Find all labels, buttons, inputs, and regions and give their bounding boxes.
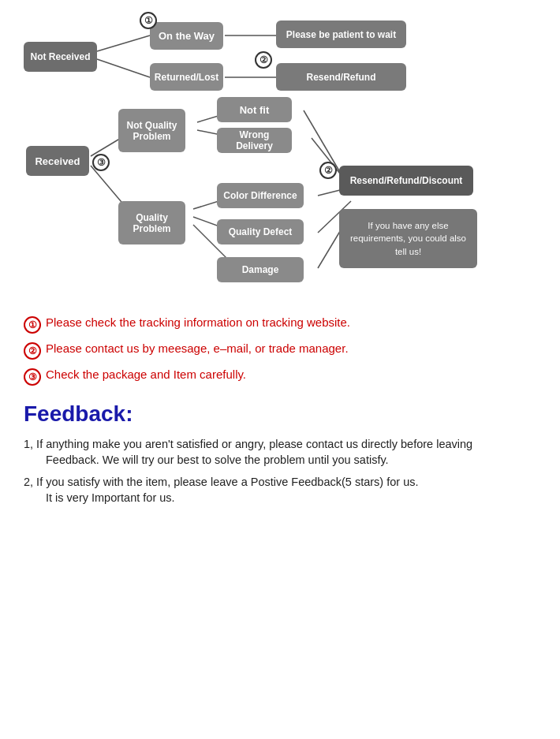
feedback-item-2-indent: It is very Important for us. <box>24 491 536 504</box>
svg-line-1 <box>97 59 150 77</box>
instruction-1: ① Please check the tracking information … <box>24 315 536 334</box>
instruction-2: ② Please contact us by meesage, e–mail, … <box>24 342 536 360</box>
circle-2-top: ② <box>255 51 272 69</box>
feedback-section: Feedback: 1, If anything make you aren't… <box>24 401 536 504</box>
instruction-3: ③ Check the package and Item carefully. <box>24 368 536 386</box>
inst-num-3: ③ <box>24 368 41 386</box>
circle-2-bottom: ② <box>319 162 337 179</box>
inst-num-2: ② <box>24 342 41 360</box>
box-quality-defect: Quality Defect <box>217 219 304 244</box>
feedback-item-2-main: 2, If you satisfy with the item, please … <box>24 476 536 488</box>
box-please-be-patient: Please be patient to wait <box>276 21 406 48</box>
feedback-item-2: 2, If you satisfy with the item, please … <box>24 476 536 504</box>
box-not-quality-problem: Not Quality Problem <box>118 109 185 152</box>
feedback-title: Feedback: <box>24 401 536 427</box>
box-received: Received <box>26 146 89 176</box>
inst-text-2: Please contact us by meesage, e–mail, or… <box>46 342 349 355</box>
inst-num-1: ① <box>24 316 41 334</box>
feedback-item-1-main: 1, If anything make you aren't satisfied… <box>24 438 536 450</box>
box-on-the-way: On the Way <box>150 22 223 50</box>
box-returned-lost: Returned/Lost <box>150 63 223 91</box>
box-damage: Damage <box>217 257 304 282</box>
page-container: Not Received On the Way Returned/Lost Pl… <box>0 0 560 521</box>
circle-1: ① <box>140 12 157 29</box>
svg-line-0 <box>97 35 150 51</box>
instructions-section: ① Please check the tracking information … <box>24 315 536 386</box>
box-quality-problem: Quality Problem <box>118 201 185 244</box>
box-not-received: Not Received <box>24 42 97 72</box>
box-resend-refund: Resend/Refund <box>276 63 406 91</box>
inst-text-1: Please check the tracking information on… <box>46 315 350 329</box>
circle-3: ③ <box>92 154 110 171</box>
feedback-item-1-indent: Feedback. We will try our best to solve … <box>24 453 536 466</box>
box-if-you-have: If you have any else requirements, you c… <box>339 209 477 268</box>
feedback-item-1: 1, If anything make you aren't satisfied… <box>24 438 536 466</box>
box-resend-refund-discount: Resend/Refund/Discount <box>339 166 473 196</box>
box-color-difference: Color Difference <box>217 183 304 208</box>
inst-text-3: Check the package and Item carefully. <box>46 368 246 381</box>
box-wrong-delivery: Wrong Delivery <box>217 128 292 153</box>
box-not-fit: Not fit <box>217 97 292 122</box>
flowchart: Not Received On the Way Returned/Lost Pl… <box>12 8 548 308</box>
